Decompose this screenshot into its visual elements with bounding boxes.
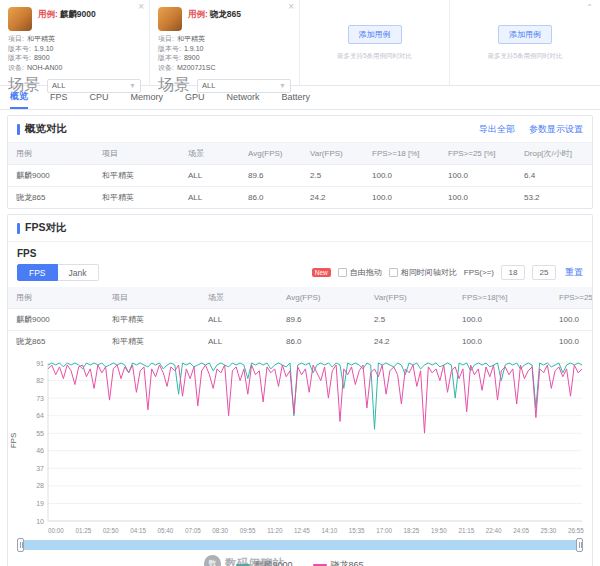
fps-controls: FPS Jank New 自由拖动 相同时间轴对比 FPS(>=) 重置 bbox=[8, 261, 592, 287]
field-version: 版本号:1.9.10 bbox=[158, 44, 291, 54]
table-cell: ALL bbox=[180, 165, 240, 187]
table-cell: 和平精英 bbox=[104, 309, 200, 331]
table-cell: 麒麟9000 bbox=[8, 309, 104, 331]
title-accent-bar bbox=[17, 124, 20, 135]
column-header: 用例 bbox=[8, 287, 104, 309]
field-device: 设备:M2007J1SC bbox=[158, 63, 291, 73]
x-axis-ticks: 00:0001:2502:5004:1505:4007:0508:3009:55… bbox=[20, 527, 586, 534]
table-cell: 100.0 bbox=[551, 309, 592, 331]
watermark-logo-icon: 数 bbox=[204, 555, 221, 566]
table-cell: 100.0 bbox=[364, 165, 440, 187]
close-icon[interactable]: × bbox=[288, 2, 294, 12]
table-cell: 和平精英 bbox=[94, 165, 180, 187]
field-version: 版本号:1.9.10 bbox=[8, 44, 141, 54]
same-timeline-checkbox[interactable]: 相同时间轴对比 bbox=[389, 267, 457, 278]
table-cell: 麒麟9000 bbox=[8, 165, 94, 187]
close-icon[interactable]: × bbox=[138, 2, 144, 12]
table-cell: ALL bbox=[200, 309, 278, 331]
legend-label: 骁龙865 bbox=[331, 559, 364, 566]
add-case-button[interactable]: 添加用例 bbox=[348, 25, 402, 44]
watermark: 数 数码闲聊站 bbox=[204, 555, 285, 566]
scene-select[interactable]: ALL▼ bbox=[197, 79, 291, 93]
jank-toggle-button[interactable]: Jank bbox=[58, 264, 99, 281]
chevron-down-icon: ▼ bbox=[279, 82, 286, 89]
legend-item[interactable]: 骁龙865 bbox=[313, 559, 364, 566]
legend-row: 麒麟9000骁龙865 数 数码闲聊站 bbox=[8, 553, 592, 566]
table-row: 麒麟9000和平精英ALL89.62.5100.0100.06.41 bbox=[8, 165, 592, 187]
x-tick-label: 18:25 bbox=[404, 527, 420, 534]
watermark-text: 数码闲聊站 bbox=[225, 556, 285, 566]
x-tick-label: 01:25 bbox=[75, 527, 91, 534]
scene-select[interactable]: ALL▼ bbox=[47, 79, 141, 93]
svg-text:19: 19 bbox=[36, 500, 44, 507]
column-header: Avg(FPS) bbox=[278, 287, 366, 309]
param-display-settings-link[interactable]: 参数显示设置 bbox=[529, 123, 583, 136]
device-cards-bar: × 用例:麒麟9000 项目:和平精英 版本号:1.9.10 版本号:8900 … bbox=[0, 0, 600, 86]
fps-line-chart[interactable]: 91827364554637281910 bbox=[20, 358, 586, 526]
case-name: 用例:麒麟9000 bbox=[38, 9, 96, 21]
fps-toggle-button[interactable]: FPS bbox=[17, 264, 58, 281]
table-cell: 53.2 bbox=[516, 187, 592, 209]
add-case-hint: 最多支持5条用例同时对比 bbox=[487, 52, 562, 61]
slider-handle-right[interactable] bbox=[576, 538, 583, 552]
slider-handle-left[interactable] bbox=[17, 538, 24, 552]
chevron-up-icon[interactable]: ⌃ bbox=[586, 3, 593, 12]
zoom-slider[interactable] bbox=[18, 540, 582, 550]
svg-text:73: 73 bbox=[36, 395, 44, 402]
x-tick-label: 22:40 bbox=[486, 527, 502, 534]
svg-text:10: 10 bbox=[36, 518, 44, 525]
fps-threshold-input-high[interactable] bbox=[532, 265, 556, 280]
column-header: FPS>=18 [%] bbox=[364, 143, 440, 165]
scene-label: 场景 bbox=[158, 75, 190, 96]
svg-text:91: 91 bbox=[36, 360, 44, 367]
case-name: 用例:骁龙865 bbox=[188, 9, 241, 21]
add-case-button[interactable]: 添加用例 bbox=[498, 25, 552, 44]
table-cell: 100.0 bbox=[454, 309, 551, 331]
table-cell: 6.4 bbox=[516, 165, 592, 187]
fps-compare-panel: FPS对比 FPS FPS Jank New 自由拖动 相同时间轴对比 FPS(… bbox=[7, 214, 593, 566]
export-all-link[interactable]: 导出全部 bbox=[479, 123, 515, 136]
table-cell: 86.0 bbox=[240, 187, 302, 209]
fps-threshold-label: FPS(>=) bbox=[464, 268, 494, 277]
field-build: 版本号:8900 bbox=[158, 53, 291, 63]
panel-title: FPS对比 bbox=[17, 221, 66, 235]
panel-title: 概览对比 bbox=[17, 122, 67, 136]
scene-label: 场景 bbox=[8, 75, 40, 96]
field-build: 版本号:8900 bbox=[8, 53, 141, 63]
checkbox-icon bbox=[338, 268, 347, 277]
x-tick-label: 21:15 bbox=[458, 527, 474, 534]
new-badge: New bbox=[312, 268, 331, 277]
x-tick-label: 09:55 bbox=[240, 527, 256, 534]
column-header: Var(FPS) bbox=[302, 143, 364, 165]
fps-jank-toggle: FPS Jank bbox=[17, 264, 99, 281]
column-header: FPS>=25[%] bbox=[551, 287, 592, 309]
table-cell: 骁龙865 bbox=[8, 331, 104, 353]
x-tick-label: 24:05 bbox=[513, 527, 529, 534]
table-row: 麒麟9000和平精英ALL89.62.5100.0100.0 bbox=[8, 309, 592, 331]
reset-button[interactable]: 重置 bbox=[565, 266, 583, 279]
table-cell: ALL bbox=[180, 187, 240, 209]
x-tick-label: 12:45 bbox=[294, 527, 310, 534]
case-label: 用例: bbox=[38, 9, 58, 19]
game-icon bbox=[8, 7, 32, 31]
table-cell: 86.0 bbox=[278, 331, 366, 353]
add-case-hint: 最多支持5条用例同时对比 bbox=[337, 52, 412, 61]
table-cell: 89.6 bbox=[240, 165, 302, 187]
column-header: 场景 bbox=[180, 143, 240, 165]
table-row: 骁龙865和平精英ALL86.024.2100.0100.053.20 bbox=[8, 187, 592, 209]
fps-subtitle: FPS bbox=[8, 242, 592, 261]
x-tick-label: 04:15 bbox=[130, 527, 146, 534]
table-cell: 骁龙865 bbox=[8, 187, 94, 209]
fps-threshold-input-low[interactable] bbox=[501, 265, 525, 280]
x-tick-label: 17:00 bbox=[376, 527, 392, 534]
add-case-slot: 添加用例 最多支持5条用例同时对比 bbox=[300, 0, 450, 85]
table-cell: 100.0 bbox=[440, 187, 516, 209]
overview-table-wrap: 用例项目场景Avg(FPS)Var(FPS)FPS>=18 [%]FPS>=25… bbox=[8, 143, 592, 208]
svg-text:64: 64 bbox=[36, 412, 44, 419]
column-header: 项目 bbox=[104, 287, 200, 309]
fps-chart-area: FPS 91827364554637281910 00:0001:2502:50… bbox=[8, 352, 592, 534]
free-drag-checkbox[interactable]: 自由拖动 bbox=[338, 267, 382, 278]
table-cell: 100.0 bbox=[551, 331, 592, 353]
column-header: 用例 bbox=[8, 143, 94, 165]
table-cell: 24.2 bbox=[302, 187, 364, 209]
